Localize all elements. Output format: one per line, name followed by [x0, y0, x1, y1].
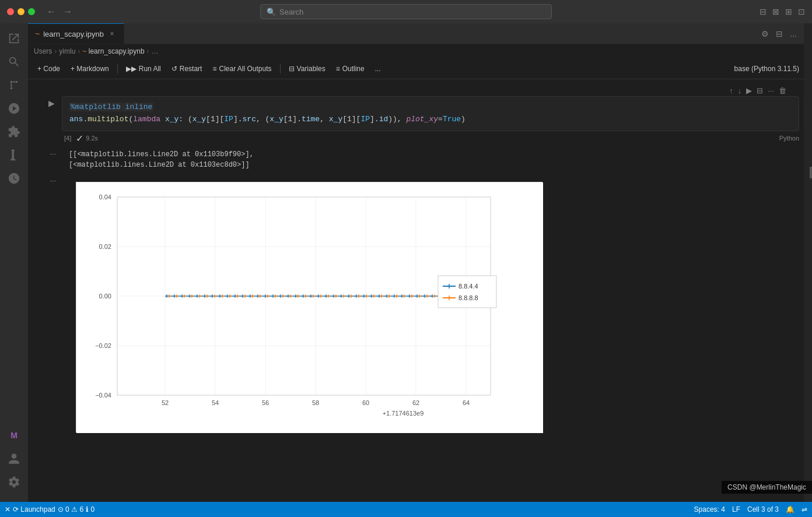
- outline-button[interactable]: ≡ Outline: [331, 63, 369, 75]
- svg-text:+1.7174613e9: +1.7174613e9: [383, 410, 424, 417]
- sidebar-item-account[interactable]: [4, 448, 24, 469]
- cell-move-down-button[interactable]: ↓: [737, 85, 743, 96]
- toolbar-more-button[interactable]: ...: [370, 63, 386, 75]
- svg-text:0.04: 0.04: [99, 194, 111, 201]
- check-icon: ✓: [76, 133, 83, 144]
- layout1-button[interactable]: ⊟: [760, 7, 766, 16]
- plot-toggle-button[interactable]: ···: [48, 175, 57, 186]
- bottom-errors[interactable]: ⊙ 0 ⚠ 6: [58, 505, 83, 514]
- variables-button[interactable]: ⊟ Variables: [284, 63, 330, 75]
- svg-text:0.00: 0.00: [99, 293, 111, 300]
- cell-move-up-button[interactable]: ↑: [728, 85, 734, 96]
- outline-icon: ≡: [336, 65, 340, 73]
- maximize-button[interactable]: [28, 8, 35, 15]
- tab-label: learn_scapy.ipynb: [43, 30, 104, 38]
- more-action-button[interactable]: ...: [788, 27, 799, 41]
- svg-text:56: 56: [262, 399, 269, 406]
- cell-number: [4]: [64, 135, 71, 142]
- sidebar-item-settings[interactable]: [4, 472, 24, 493]
- info-icon: ℹ: [86, 505, 89, 514]
- outer-cell-toolbar: ↑ ↓ ▶ ⊟ ··· 🗑: [28, 84, 804, 96]
- add-markdown-button[interactable]: + Markdown: [66, 63, 114, 75]
- nav-back-button[interactable]: ←: [44, 5, 58, 18]
- bottom-line-ending[interactable]: LF: [732, 505, 740, 514]
- sidebar-item-explorer[interactable]: [4, 28, 24, 49]
- sidebar-item-run-debug[interactable]: [4, 98, 24, 119]
- bottom-bar: ✕ ⟳ Launchpad ⊙ 0 ⚠ 6 ℹ 0 Spaces: 4 LF C…: [0, 502, 812, 517]
- restart-button[interactable]: ↺ Restart: [167, 63, 207, 75]
- sidebar-item-extensions[interactable]: [4, 121, 24, 142]
- tab-close-button[interactable]: ×: [107, 29, 117, 38]
- breadcrumb-yimlu[interactable]: yimlu: [59, 47, 75, 55]
- title-actions: ⊟ ⊠ ⊞ ⊡: [760, 7, 805, 16]
- cell-delete-button[interactable]: 🗑: [778, 85, 788, 96]
- right-scrollbar[interactable]: [804, 23, 812, 502]
- layout4-button[interactable]: ⊡: [798, 7, 805, 16]
- bottom-source-control[interactable]: ⟳ Launchpad: [13, 505, 55, 514]
- sidebar-item-merlin[interactable]: M: [4, 425, 24, 446]
- clear-icon: ≡: [212, 65, 216, 73]
- output-line-2: [<matplotlib.lines.Line2D at 0x1103ec8d0…: [69, 160, 792, 170]
- variables-icon: ⊟: [289, 65, 295, 73]
- bottom-spaces[interactable]: Spaces: 4: [694, 505, 725, 514]
- breadcrumb: Users › yimlu › ~ learn_scapy.ipynb › …: [28, 44, 804, 58]
- search-placeholder: Search: [279, 8, 303, 16]
- close-button[interactable]: [7, 8, 14, 15]
- sidebar-item-testing[interactable]: [4, 145, 24, 166]
- editor-area: ~ learn_scapy.ipynb × ⚙ ⊟ ... Users › yi…: [28, 23, 804, 502]
- notebook-toolbar: + Code + Markdown ▶▶ Run All ↺ Restart ≡…: [28, 58, 804, 79]
- minimize-button[interactable]: [18, 8, 24, 15]
- svg-text:52: 52: [162, 399, 169, 406]
- breadcrumb-users[interactable]: Users: [34, 47, 52, 55]
- cell-code-input[interactable]: %matplotlib inline ans.multiplot(lambda …: [62, 96, 799, 131]
- svg-text:58: 58: [312, 399, 319, 406]
- error-icon: ⊙: [58, 505, 64, 514]
- nav-forward-button[interactable]: →: [61, 5, 75, 18]
- code-line-2: ans.multiplot(lambda x_y: (x_y[1][IP].sr…: [69, 114, 792, 126]
- bottom-cell-info[interactable]: Cell 3 of 3: [747, 505, 779, 514]
- add-code-button[interactable]: + Code: [33, 63, 65, 75]
- cell-run-button[interactable]: ▶: [745, 85, 753, 96]
- layout3-button[interactable]: ⊞: [785, 7, 792, 16]
- layout2-button[interactable]: ⊠: [772, 7, 779, 16]
- sidebar-item-search[interactable]: [4, 51, 24, 72]
- output-body: [[<matplotlib.lines.Line2D at 0x1103b9f9…: [62, 147, 799, 173]
- run-all-icon: ▶▶: [126, 65, 136, 73]
- bottom-launchpad-icon: ✕: [5, 505, 10, 514]
- traffic-lights: [7, 8, 35, 15]
- bottom-info[interactable]: ℹ 0: [86, 505, 94, 514]
- svg-text:60: 60: [362, 399, 369, 406]
- svg-text:62: 62: [412, 399, 419, 406]
- plot-output: 0.04 0.02 0.00 −0.02 −0.04 52 54 56 58: [62, 173, 799, 442]
- sync-icon: ⟳: [13, 505, 19, 514]
- minimap-cursor: [810, 167, 812, 178]
- run-all-button[interactable]: ▶▶ Run All: [121, 63, 166, 75]
- tab-learn-scapy[interactable]: ~ learn_scapy.ipynb ×: [28, 23, 124, 44]
- sidebar-item-timeline[interactable]: [4, 168, 24, 189]
- sidebar-item-source-control[interactable]: [4, 75, 24, 96]
- breadcrumb-more[interactable]: …: [152, 47, 159, 55]
- toolbar-separator: [117, 64, 118, 73]
- cell-more-button[interactable]: ···: [766, 85, 775, 96]
- search-bar[interactable]: 🔍 Search: [260, 4, 552, 19]
- split-action-button[interactable]: ⊟: [774, 27, 785, 41]
- main-layout: M ~ learn_scapy.ipynb × ⚙ ⊟ ...: [0, 23, 812, 502]
- code-cell: ▶ %matplotlib inline ans.multiplot(lambd…: [28, 96, 804, 146]
- run-cell-button[interactable]: ▶: [48, 99, 55, 108]
- kernel-indicator[interactable]: base (Python 3.11.5): [734, 65, 799, 73]
- bottom-bell[interactable]: 🔔: [786, 505, 794, 514]
- watermark: CSDN @MerlinTheMagic: [722, 481, 812, 494]
- title-bar: ← → 🔍 Search ⊟ ⊠ ⊞ ⊡: [0, 0, 812, 23]
- output-gutter: ···: [33, 146, 62, 159]
- output-cell: ··· [[<matplotlib.lines.Line2D at 0x1103…: [28, 146, 804, 173]
- svg-text:64: 64: [463, 399, 470, 406]
- plot-gutter: ···: [33, 173, 62, 186]
- title-nav: ← →: [44, 5, 75, 18]
- breadcrumb-file: ~ learn_scapy.ipynb: [82, 47, 144, 55]
- cell-split-button[interactable]: ⊟: [755, 85, 764, 96]
- clear-all-outputs-button[interactable]: ≡ Clear All Outputs: [208, 63, 276, 75]
- settings-action-button[interactable]: ⚙: [759, 27, 771, 41]
- bottom-port[interactable]: ⇌: [802, 505, 807, 514]
- code-line-1: %matplotlib inline: [69, 101, 792, 114]
- output-toggle-button[interactable]: ···: [48, 148, 57, 159]
